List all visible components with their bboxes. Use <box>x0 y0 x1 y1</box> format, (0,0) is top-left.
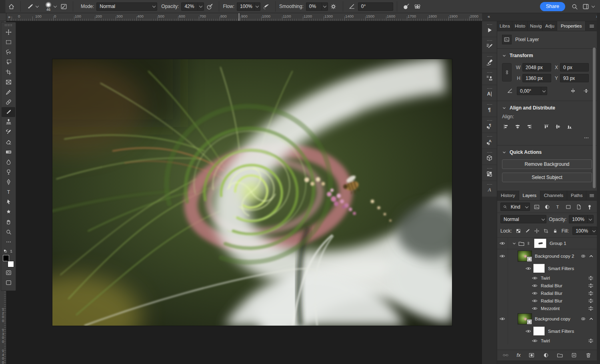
height-input[interactable]: 1360 px <box>522 74 551 82</box>
document-canvas[interactable] <box>52 59 452 326</box>
chevron-down-icon[interactable] <box>592 4 595 8</box>
paint-symmetry-button[interactable] <box>412 1 423 12</box>
chevron-down-icon[interactable] <box>254 3 260 10</box>
align-top-icon[interactable] <box>543 123 550 130</box>
filter-name[interactable]: Twirl <box>541 276 550 280</box>
tool-custom-shape[interactable] <box>2 207 15 217</box>
filter-kind-select[interactable]: Kind <box>500 203 530 211</box>
chevron-down-icon[interactable] <box>198 3 204 10</box>
tool-object-selection[interactable] <box>2 57 15 67</box>
filter-row[interactable]: Mezzotint <box>497 304 597 312</box>
tab-histogram[interactable]: Histo <box>512 21 528 31</box>
tool-zoom[interactable] <box>2 227 15 237</box>
layer-name[interactable]: Background copy 2 <box>535 254 574 259</box>
flip-vertical-icon[interactable] <box>583 88 590 94</box>
tab-paths[interactable]: Paths <box>567 191 586 200</box>
opacity-input[interactable]: 42% <box>181 2 204 11</box>
smoothing-input[interactable]: 0% <box>306 2 328 11</box>
new-group-button[interactable] <box>557 352 563 358</box>
filter-blend-options-icon[interactable] <box>588 290 594 296</box>
filter-blend-options-icon[interactable] <box>588 275 594 281</box>
lock-position-icon[interactable] <box>534 228 540 234</box>
panel-character-styles[interactable]: A <box>482 133 497 149</box>
filter-blend-options-icon[interactable] <box>588 298 594 304</box>
tab-properties[interactable]: Properties <box>557 21 586 31</box>
tool-hand[interactable] <box>2 217 15 227</box>
visibility-toggle[interactable] <box>497 249 508 263</box>
layer-row-smart-layer[interactable]: Background copy 2 <box>497 249 597 263</box>
flow-input[interactable]: 100% <box>237 2 260 11</box>
tool-clone-stamp[interactable] <box>2 117 15 127</box>
edit-toolbar-button[interactable] <box>2 237 15 247</box>
tool-path-selection[interactable] <box>2 197 15 207</box>
group-expand-caret[interactable] <box>510 241 518 246</box>
tool-blur[interactable] <box>2 157 15 167</box>
ruler-corner[interactable] <box>0 13 6 21</box>
align-section-header[interactable]: Align and Distribute <box>502 101 592 111</box>
panel-menu-button[interactable] <box>586 21 597 31</box>
filter-row[interactable]: Twirl <box>497 337 597 344</box>
tab-history[interactable]: History <box>497 191 519 200</box>
smoothing-options-button[interactable] <box>328 1 339 12</box>
visibility-toggle[interactable] <box>531 298 538 304</box>
layer-name[interactable]: Group 1 <box>550 241 566 246</box>
pressure-opacity-button[interactable] <box>204 1 215 12</box>
smart-filters-label[interactable]: Smart Filters <box>548 329 574 334</box>
toggle-brush-settings-button[interactable] <box>58 1 69 12</box>
filter-name[interactable]: Radial Blur <box>541 291 562 296</box>
align-center-horizontal-icon[interactable] <box>514 123 521 130</box>
delete-layer-button[interactable] <box>585 352 592 358</box>
home-button[interactable] <box>6 1 16 12</box>
filter-row[interactable]: Radial Blur <box>497 289 597 297</box>
filter-name[interactable]: Radial Blur <box>541 283 562 288</box>
palette-grabber[interactable] <box>4 24 12 26</box>
tool-preset-button[interactable] <box>25 1 35 12</box>
filter-smart-objects-button[interactable] <box>575 203 583 211</box>
filter-mask-thumbnail[interactable] <box>534 264 544 273</box>
smart-filters-badge-icon[interactable] <box>580 253 586 259</box>
filter-name[interactable]: Mezzotint <box>541 306 560 311</box>
visibility-toggle[interactable] <box>531 338 538 344</box>
chevron-down-icon[interactable] <box>54 4 57 8</box>
layer-blend-mode-select[interactable]: Normal <box>500 215 546 223</box>
align-more-button[interactable] <box>502 130 592 145</box>
filter-pixel-layers-button[interactable] <box>532 203 540 211</box>
smart-filters-row[interactable]: Smart Filters <box>497 325 597 337</box>
layer-row-smart-layer[interactable]: Background copy <box>497 312 597 325</box>
lock-transparent-pixels-icon[interactable] <box>516 228 521 234</box>
visibility-toggle[interactable] <box>497 312 508 325</box>
layer-thumbnail[interactable] <box>518 314 532 324</box>
layer-thumbnail[interactable] <box>518 251 532 261</box>
group-mask-thumbnail[interactable] <box>534 239 546 248</box>
filter-blend-options-icon[interactable] <box>588 282 594 289</box>
chevron-down-icon[interactable] <box>587 215 593 223</box>
workspace-switcher[interactable] <box>580 1 591 12</box>
y-input[interactable]: 93 px <box>560 74 589 82</box>
brush-preset-picker[interactable]: 46 <box>43 2 54 11</box>
panel-patterns[interactable] <box>482 165 497 181</box>
foreground-color-swatch[interactable] <box>3 255 9 261</box>
search-button[interactable] <box>569 1 580 12</box>
tab-libraries[interactable]: Libra <box>497 21 512 31</box>
tool-frame[interactable] <box>2 77 15 87</box>
tool-move[interactable] <box>2 27 15 37</box>
toolbar-collapse-icon[interactable]: » <box>8 14 10 19</box>
tool-lasso[interactable] <box>2 47 15 57</box>
background-color-swatch[interactable] <box>8 261 14 267</box>
align-bottom-icon[interactable] <box>566 123 573 130</box>
tool-brush[interactable] <box>2 107 15 117</box>
lock-artboard-icon[interactable] <box>543 228 549 234</box>
chevron-down-icon[interactable] <box>36 4 39 8</box>
collapse-filters-caret[interactable] <box>588 253 594 259</box>
flip-horizontal-icon[interactable] <box>570 88 576 94</box>
new-layer-button[interactable] <box>571 352 577 358</box>
layer-opacity-input[interactable]: 100% <box>569 215 594 223</box>
new-adjustment-layer-button[interactable] <box>543 352 549 358</box>
visibility-toggle[interactable] <box>525 265 532 272</box>
tool-gradient[interactable] <box>2 147 15 157</box>
pressure-size-button[interactable] <box>401 1 412 12</box>
chevron-down-icon[interactable] <box>322 3 328 10</box>
blend-mode-select[interactable]: Normal <box>96 2 157 11</box>
layer-style-button[interactable]: fx <box>516 352 520 358</box>
visibility-toggle[interactable] <box>531 275 538 281</box>
